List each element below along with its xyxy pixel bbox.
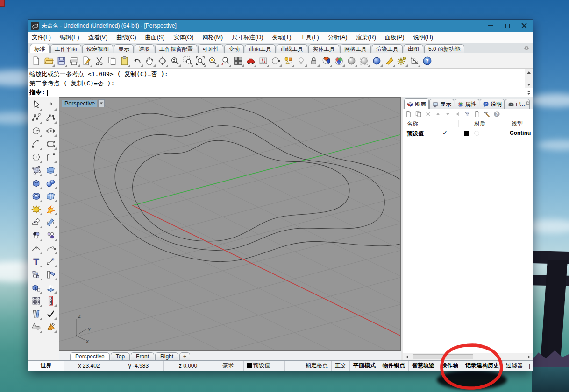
car-icon-button[interactable] [244,55,257,67]
current-layer-check[interactable]: ✓ [442,129,448,136]
extrude-button[interactable] [44,281,57,294]
torus-button[interactable] [30,190,43,203]
menu-mesh[interactable]: 网格(M) [202,34,223,42]
viewport-tab-right[interactable]: Right [155,352,178,360]
menu-view[interactable]: 查看(V) [88,34,108,42]
export-notes-button[interactable] [80,55,93,67]
menu-tools[interactable]: 工具(L) [300,34,319,42]
undo-view-change-button[interactable] [219,55,232,67]
menu-transform[interactable]: 变动(T) [272,34,292,42]
zoom-selected-button[interactable] [206,55,219,67]
toolbar-tab-transform[interactable]: 变动 [224,44,244,53]
menu-dimension[interactable]: 尺寸标注(D) [232,34,263,42]
control-point-curve-button[interactable] [44,112,57,124]
toolbar-tab-viewport-layout[interactable]: 工作视窗配置 [155,44,197,53]
toggle-smarttrack[interactable]: 智慧轨迹 [409,361,438,371]
layer-list-empty-area[interactable] [403,139,533,353]
layer-linetype[interactable]: Continu [510,130,531,136]
rectangular-array-button[interactable] [30,294,43,307]
sphere-button[interactable] [44,177,57,189]
menu-file[interactable]: 文件(F) [32,34,51,42]
join-button[interactable] [30,308,43,320]
scroll-right-icon[interactable] [525,353,533,360]
apply-check-button[interactable] [44,308,57,320]
zoom-window-button[interactable] [181,55,194,67]
menu-edit[interactable]: 编辑(E) [60,34,79,42]
text-button[interactable] [30,255,43,268]
layer-row-default[interactable]: 预设值 ✓ Continu [403,128,533,139]
lock-objects-button[interactable] [307,55,320,67]
point-button[interactable] [44,98,57,111]
viewport-menu-button[interactable] [98,99,105,107]
toolbar-tab-display[interactable]: 显示 [114,44,134,53]
box-button[interactable] [30,177,43,189]
column-material[interactable]: 材质 [474,120,485,128]
column-linetype[interactable]: 线型 [512,120,523,128]
move-up-button[interactable] [434,110,442,118]
command-input-row[interactable]: 指令: [28,88,533,97]
toolbar-tab-cplanes[interactable]: 工作平面 [50,44,81,53]
panel-tab-help[interactable]: 说明 [480,99,505,109]
fillet-surfaces-button[interactable] [30,229,43,242]
mesh-surface-button[interactable] [44,190,57,203]
toolbar-tab-solid-tools[interactable]: 实体工具 [308,44,339,53]
material-ghost-icon[interactable] [474,131,479,136]
toolbar-tab-new-in-v5[interactable]: 5.0 的新功能 [424,44,464,53]
current-layer-cell[interactable]: 预设值 [244,361,285,371]
menu-surface[interactable]: 曲面(S) [145,34,165,42]
polygon-button[interactable] [30,151,43,163]
render-ghosted-button[interactable] [358,55,370,67]
toggle-gumball[interactable]: 操作轴 [438,361,462,371]
viewport-tab-top[interactable]: Top [111,352,130,360]
move-points-button[interactable] [44,255,57,268]
extend-curve-button[interactable] [44,242,57,255]
render-preview-button[interactable] [345,55,358,67]
maximize-button[interactable] [499,20,516,32]
viewport-title[interactable]: Perspective [62,100,97,107]
viewport-layout-button[interactable] [232,55,244,67]
menu-render[interactable]: 渲染(R) [356,34,376,42]
circle-button[interactable] [30,125,43,137]
ellipse-button[interactable] [44,125,57,137]
lights-button[interactable] [295,55,307,67]
shaded-display-button[interactable] [320,55,333,67]
duplicate-layer-button[interactable] [414,110,422,118]
blend-button[interactable] [44,229,57,242]
toolbar-tab-curve-tools[interactable]: 曲线工具 [277,44,307,53]
toolbar-tab-drafting[interactable]: 出图 [404,44,423,53]
scale-button[interactable] [30,281,43,294]
panel-options-gear-icon[interactable] [525,100,531,106]
cone-pointer-button[interactable] [383,55,396,67]
menu-help[interactable]: 说明(H) [413,34,433,42]
scrollbar-thumb[interactable] [413,354,473,359]
toolbar-tab-set-view[interactable]: 设定视图 [82,44,113,53]
select-pointer-button[interactable] [30,98,43,111]
toggle-record-history[interactable]: 记录建构历史 [462,361,503,371]
toolbar-tab-render-tools[interactable]: 渲染工具 [372,44,403,53]
command-history[interactable]: 缩放比或第一参考点 <1.089> ( 复制(C)=否 ): 第二参考点 ( 复… [28,69,533,88]
explode-button[interactable] [44,203,57,216]
column-name[interactable]: 名称 [407,120,418,128]
scroll-left-icon[interactable] [403,353,411,360]
viewport-tab-perspective[interactable]: Perspective [70,352,110,360]
copy-button[interactable] [106,55,118,67]
trim-button[interactable] [30,216,43,229]
toolbar-tab-standard[interactable]: 标准 [30,44,50,53]
panel-tab-layers[interactable]: 图层 [404,98,429,109]
help-button[interactable] [421,55,434,67]
color-wheel-button[interactable] [333,55,345,67]
move-left-button[interactable] [454,110,462,118]
save-file-button[interactable] [55,55,68,67]
command-line-scroll[interactable] [525,88,533,97]
toolbar-tab-select[interactable]: 选取 [135,44,154,53]
polyline-button[interactable] [30,112,43,124]
toggle-filter[interactable]: 过滤器 [503,361,526,371]
scroll-up-icon[interactable] [525,69,533,76]
layer-name[interactable]: 预设值 [407,130,424,138]
circle-radius-button[interactable] [270,55,282,67]
panel-tab-properties[interactable]: 属性 [455,99,479,109]
delete-layer-button[interactable] [424,110,432,118]
toolbar-tab-mesh-tools[interactable]: 网格工具 [340,44,371,53]
move-down-button[interactable] [444,110,452,118]
rotate-view-button[interactable] [156,55,169,67]
